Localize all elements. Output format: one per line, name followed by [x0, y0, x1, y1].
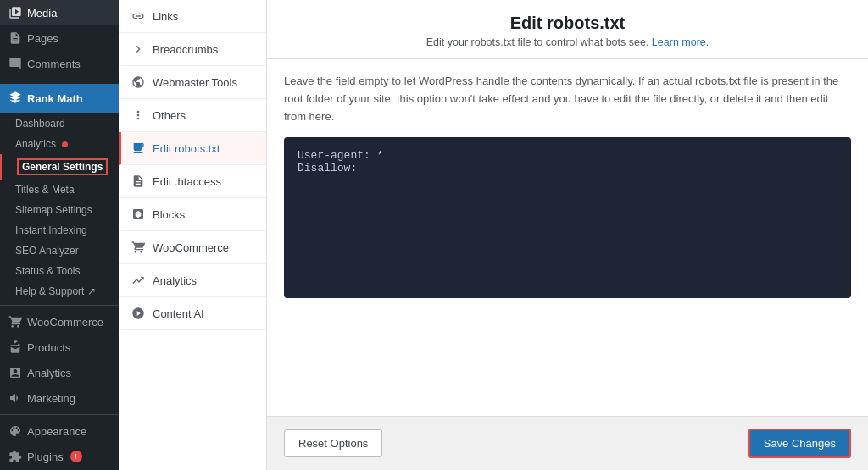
sub-nav-breadcrumbs[interactable]: Breadcrumbs: [119, 33, 266, 66]
blocks-icon: [131, 207, 146, 222]
submenu-status-tools[interactable]: Status & Tools: [0, 261, 119, 281]
sidebar-item-appearance[interactable]: Appearance: [0, 418, 119, 444]
sub-nav-breadcrumbs-label: Breadcrumbs: [153, 43, 218, 56]
sidebar-item-media[interactable]: Media: [0, 0, 119, 25]
sub-sidebar: Links Breadcrumbs Webmaster Tools Others…: [119, 0, 267, 470]
page-content-area: Edit robots.txt Edit your robots.txt fil…: [267, 0, 868, 470]
save-changes-button[interactable]: Save Changes: [748, 429, 851, 458]
sidebar-separator-2: [0, 305, 119, 306]
robots-icon: [131, 141, 146, 156]
sub-nav-webmaster-tools[interactable]: Webmaster Tools: [119, 66, 266, 99]
reset-options-button[interactable]: Reset Options: [284, 429, 382, 457]
sub-nav-edit-htaccess[interactable]: Edit .htaccess: [119, 165, 266, 198]
sub-analytics-icon: [131, 273, 146, 288]
sidebar-item-comments[interactable]: Comments: [0, 51, 119, 76]
sidebar-item-woocommerce[interactable]: WooCommerce: [0, 309, 119, 335]
sub-nav-woocommerce-label: WooCommerce: [153, 241, 229, 254]
sub-nav-content-ai[interactable]: Content AI: [119, 297, 266, 330]
plugins-badge: !: [70, 451, 82, 462]
sub-nav-content-ai-label: Content AI: [153, 307, 204, 320]
sidebar-appearance-label: Appearance: [27, 425, 86, 438]
submenu-dashboard[interactable]: Dashboard: [0, 113, 119, 134]
sub-nav-htaccess-label: Edit .htaccess: [153, 175, 221, 188]
sidebar-plugins-label: Plugins: [27, 451, 64, 463]
sidebar-item-marketing[interactable]: Marketing: [0, 385, 119, 411]
sub-nav-webmaster-label: Webmaster Tools: [153, 76, 237, 89]
appearance-icon: [8, 424, 22, 438]
sub-nav-woocommerce[interactable]: WooCommerce: [119, 231, 266, 264]
learn-more-link[interactable]: Learn more.: [652, 36, 709, 48]
woocommerce-icon: [8, 315, 22, 329]
sidebar-analytics-bottom-label: Analytics: [27, 367, 71, 379]
submenu-titles-meta[interactable]: Titles & Meta: [0, 180, 119, 200]
sub-nav-links[interactable]: Links: [119, 0, 266, 33]
robots-editor[interactable]: User-agent: * Disallow:: [284, 137, 851, 298]
links-icon: [131, 8, 146, 24]
submenu-general-settings[interactable]: General Settings: [0, 154, 119, 180]
sub-nav-analytics[interactable]: Analytics: [119, 264, 266, 297]
sub-nav-links-label: Links: [153, 10, 178, 23]
sidebar-separator-3: [0, 414, 119, 415]
webmaster-icon: [131, 75, 146, 90]
marketing-icon: [8, 391, 22, 405]
pages-icon: [8, 31, 22, 45]
sitemap-label: Sitemap Settings: [15, 204, 92, 216]
products-icon: [8, 340, 22, 354]
htaccess-icon: [131, 174, 146, 189]
rank-math-header[interactable]: Rank Math: [0, 84, 119, 113]
sidebar-products-label: Products: [27, 341, 70, 354]
page-footer: Reset Options Save Changes: [267, 416, 868, 470]
seo-analyzer-label: SEO Analyzer: [15, 245, 79, 257]
submenu-instant-indexing[interactable]: Instant Indexing: [0, 220, 119, 241]
rank-math-submenu: Dashboard Analytics General Settings Tit…: [0, 113, 119, 301]
analytics-bottom-icon: [8, 366, 22, 379]
analytics-dot: [62, 141, 68, 147]
sidebar-item-plugins[interactable]: Plugins !: [0, 444, 119, 469]
sidebar-media-label: Media: [27, 7, 57, 19]
page-title: Edit robots.txt: [284, 14, 851, 33]
sub-nav-others[interactable]: Others: [119, 99, 266, 132]
help-support-label: Help & Support ↗: [15, 285, 96, 297]
sidebar-comments-label: Comments: [27, 58, 81, 70]
rank-math-icon: [8, 91, 22, 107]
page-header: Edit robots.txt Edit your robots.txt fil…: [267, 0, 868, 59]
breadcrumbs-icon: [131, 41, 146, 57]
sub-nav-blocks[interactable]: Blocks: [119, 198, 266, 231]
sub-nav-analytics-label: Analytics: [153, 274, 197, 287]
titles-meta-label: Titles & Meta: [15, 184, 75, 196]
wp-sidebar: Media Pages Comments Rank Math Dashboard…: [0, 0, 119, 470]
instant-indexing-label: Instant Indexing: [15, 224, 87, 236]
plugins-icon: [8, 450, 22, 463]
general-settings-label: General Settings: [17, 158, 108, 175]
sub-nav-robots-label: Edit robots.txt: [153, 142, 220, 155]
main-content: Links Breadcrumbs Webmaster Tools Others…: [119, 0, 868, 470]
rank-math-section: Rank Math: [0, 84, 119, 113]
dashboard-label: Dashboard: [15, 118, 65, 130]
info-text: Leave the field empty to let WordPress h…: [284, 73, 851, 125]
content-ai-icon: [131, 306, 146, 321]
sidebar-item-pages[interactable]: Pages: [0, 25, 119, 51]
sub-cart-icon: [131, 240, 146, 255]
sub-nav-blocks-label: Blocks: [153, 208, 185, 221]
submenu-seo-analyzer[interactable]: SEO Analyzer: [0, 241, 119, 261]
rank-math-label: Rank Math: [27, 92, 83, 105]
media-icon: [8, 6, 22, 19]
submenu-analytics[interactable]: Analytics: [0, 134, 119, 154]
sub-nav-edit-robots[interactable]: Edit robots.txt: [119, 132, 266, 165]
others-icon: [131, 108, 146, 123]
submenu-sitemap[interactable]: Sitemap Settings: [0, 200, 119, 220]
sidebar-separator-1: [0, 80, 119, 80]
submenu-help-support[interactable]: Help & Support ↗: [0, 281, 119, 301]
comments-icon: [8, 57, 22, 70]
page-subtitle: Edit your robots.txt file to control wha…: [284, 36, 851, 48]
robots-line-1: User-agent: *: [298, 149, 837, 162]
sidebar-item-analytics-bottom[interactable]: Analytics: [0, 360, 119, 385]
sidebar-marketing-label: Marketing: [27, 392, 75, 405]
sidebar-woocommerce-label: WooCommerce: [27, 316, 103, 329]
analytics-label: Analytics: [15, 138, 56, 150]
sidebar-item-products[interactable]: Products: [0, 335, 119, 360]
status-tools-label: Status & Tools: [15, 265, 81, 277]
page-subtitle-text: Edit your robots.txt file to control wha…: [426, 36, 649, 48]
page-body: Leave the field empty to let WordPress h…: [267, 59, 868, 416]
sub-nav-others-label: Others: [153, 109, 186, 122]
